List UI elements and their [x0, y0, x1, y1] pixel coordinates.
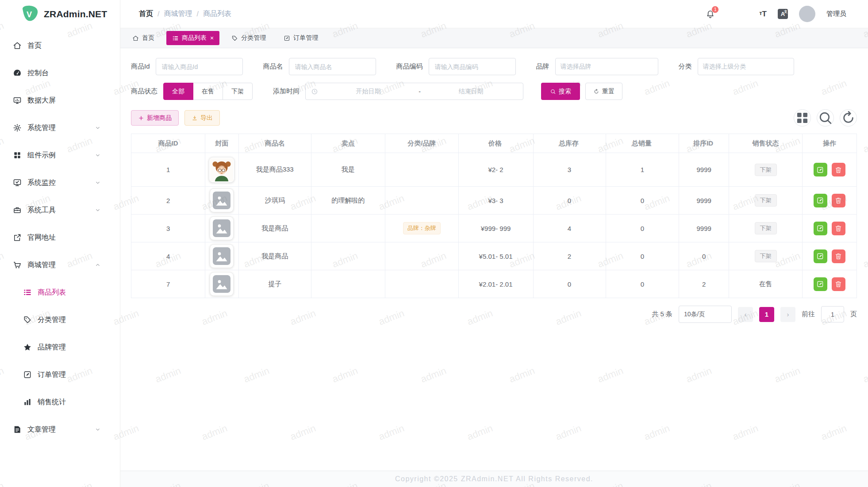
search-button[interactable]: 搜索	[541, 83, 580, 100]
sidebar-item-system-monitor[interactable]: 系统监控	[0, 169, 120, 196]
reset-button[interactable]: 重置	[585, 83, 622, 100]
status-option-off-shelf[interactable]: 下架	[223, 83, 253, 100]
sidebar-item-brand-manage[interactable]: 品牌管理	[0, 334, 120, 361]
column-settings-button[interactable]	[794, 109, 811, 127]
sidebar-item-home[interactable]: 首页	[0, 32, 120, 59]
footer: Copyright ©2025 ZRAdmin.NET All Rights R…	[120, 471, 868, 487]
delete-row-button[interactable]	[832, 222, 845, 235]
product-cover-placeholder	[210, 244, 234, 268]
language-icon[interactable]: A文	[778, 9, 788, 19]
edit-row-button[interactable]	[814, 249, 827, 263]
filter-row-1: 商品Id 商品名 商品编码 品牌 请选择品牌	[131, 58, 857, 75]
column-header-label: 操作	[823, 139, 836, 148]
edit-row-button[interactable]	[814, 163, 827, 176]
table-cell: 9999	[679, 187, 729, 215]
status-option-on-sale[interactable]: 在售	[193, 83, 223, 100]
tab-label: 商品列表	[182, 34, 207, 42]
breadcrumb-item[interactable]: 首页	[139, 9, 153, 19]
column-header[interactable]: 价格	[458, 134, 533, 153]
sidebar-item-console[interactable]: 控制台	[0, 59, 120, 87]
product-name-label: 商品名	[263, 62, 283, 71]
cell-stock: 2	[568, 253, 571, 260]
delete-row-button[interactable]	[832, 194, 845, 207]
prev-page-button[interactable]: ‹	[738, 307, 753, 322]
category-select[interactable]: 请选择上级分类	[698, 58, 794, 75]
close-tab-icon[interactable]: ×	[210, 35, 214, 42]
column-header[interactable]: 排序ID	[679, 134, 729, 153]
brand[interactable]: V ZRAdmin.NET	[0, 0, 120, 28]
goto-page-input[interactable]	[821, 306, 844, 322]
sidebar-item-product-list[interactable]: 商品列表	[0, 279, 120, 306]
cell-sort-id: 9999	[697, 225, 711, 232]
sidebar-item-order-manage[interactable]: 订单管理	[0, 361, 120, 388]
column-header-label: 总库存	[559, 139, 579, 148]
download-icon	[192, 115, 198, 121]
product-id-input[interactable]	[156, 58, 243, 75]
edit-row-button[interactable]	[814, 277, 827, 291]
tab-home[interactable]: 首页	[127, 31, 160, 45]
list-icon	[172, 35, 179, 42]
brand-title: ZRAdmin.NET	[44, 9, 107, 19]
delete-row-button[interactable]	[832, 163, 845, 176]
sidebar-item-mall-manage[interactable]: 商城管理	[0, 251, 120, 279]
dashboard-icon	[13, 69, 22, 77]
sidebar-item-sales-stats[interactable]: 销售统计	[0, 388, 120, 416]
clock-icon	[311, 88, 318, 95]
table-cell: 2	[131, 187, 205, 215]
table-cell	[802, 153, 856, 187]
column-header[interactable]: 总销量	[606, 134, 679, 153]
refresh-icon	[593, 88, 599, 95]
export-button[interactable]: 导出	[184, 110, 220, 126]
edit-row-button[interactable]	[814, 222, 827, 235]
sidebar-item-website[interactable]: 官网地址	[0, 224, 120, 251]
product-code-input[interactable]	[429, 58, 516, 75]
reset-button-label: 重置	[602, 88, 615, 96]
star-icon	[23, 343, 32, 352]
copyright: Copyright ©2025 ZRAdmin.NET All Rights R…	[395, 475, 593, 483]
avatar[interactable]	[799, 6, 815, 22]
status-option-all[interactable]: 全部	[163, 83, 193, 100]
date-range-picker[interactable]: 开始日期 - 结束日期	[305, 83, 523, 100]
tab-product-list[interactable]: 商品列表×	[166, 31, 219, 45]
table-cell: 0	[606, 270, 679, 298]
filter-status: 商品状态 全部 在售 下架	[131, 83, 253, 100]
sidebar-item-category-manage[interactable]: 分类管理	[0, 306, 120, 334]
toggle-search-button[interactable]	[817, 109, 834, 127]
end-date-placeholder: 结束日期	[424, 88, 518, 96]
home-icon	[132, 35, 139, 42]
font-size-icon[interactable]: тT	[759, 10, 767, 19]
brand-select[interactable]: 请选择品牌	[555, 58, 658, 75]
page-1-button[interactable]: 1	[759, 307, 774, 322]
column-header[interactable]: 总库存	[533, 134, 606, 153]
sidebar-item-label: 商品列表	[38, 288, 66, 297]
next-page-button[interactable]: ›	[780, 307, 795, 322]
table-cell: 我是商品	[238, 242, 311, 270]
add-product-button[interactable]: 新增商品	[131, 110, 179, 126]
refresh-table-button[interactable]	[840, 109, 857, 127]
table-cell	[205, 242, 238, 270]
table-cell	[385, 187, 458, 215]
tab-order-manage[interactable]: 订单管理	[278, 31, 324, 45]
sidebar-item-system-tools[interactable]: 系统工具	[0, 196, 120, 224]
chevron-down-icon	[95, 152, 101, 158]
delete-row-button[interactable]	[832, 277, 845, 291]
product-code-label: 商品编码	[396, 62, 423, 71]
filter-product-code: 商品编码	[396, 58, 516, 75]
sidebar-item-system-manage[interactable]: 系统管理	[0, 114, 120, 142]
breadcrumb-item[interactable]: 商城管理	[164, 9, 192, 19]
product-cover-image[interactable]	[209, 157, 234, 183]
page-size-select[interactable]: 10条/页	[679, 306, 732, 323]
column-header-label: 排序ID	[693, 139, 713, 148]
delete-row-button[interactable]	[832, 249, 845, 263]
edit-row-button[interactable]	[814, 194, 827, 207]
notifications-bell-icon[interactable]: 1	[706, 9, 715, 19]
username[interactable]: 管理员	[826, 10, 846, 18]
breadcrumb-item[interactable]: 商品列表	[203, 9, 231, 19]
product-name-input[interactable]	[289, 58, 376, 75]
date-range-separator: -	[419, 88, 421, 95]
sidebar-item-data-screen[interactable]: 数据大屏	[0, 87, 120, 114]
tab-category-manage[interactable]: 分类管理	[226, 31, 272, 45]
sidebar-item-article-manage[interactable]: 文章管理	[0, 416, 120, 443]
trash-icon	[834, 166, 842, 174]
sidebar-item-component-demo[interactable]: 组件示例	[0, 142, 120, 169]
